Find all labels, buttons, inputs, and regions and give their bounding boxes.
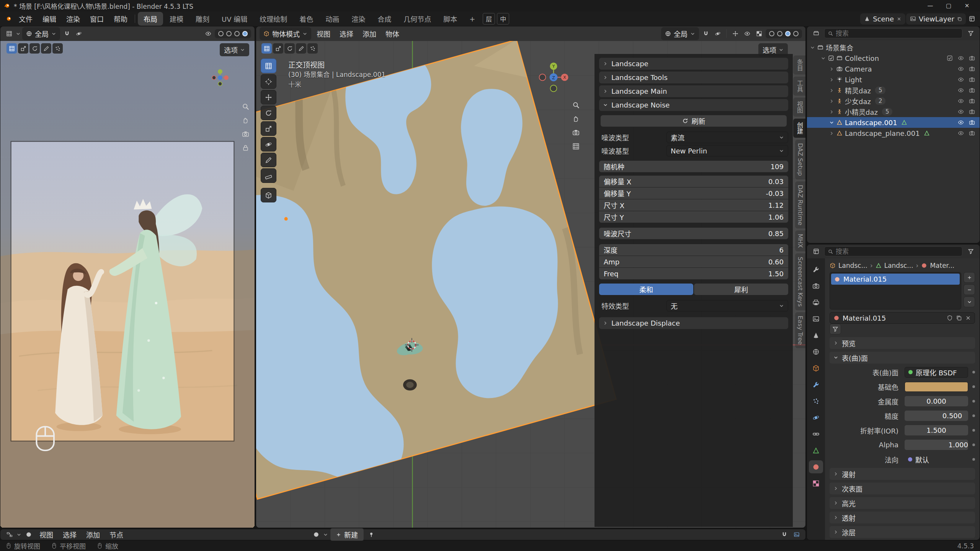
axis-x-label[interactable]: X: [563, 75, 566, 80]
freq-slider[interactable]: Freq1.50: [599, 268, 788, 279]
shading-mode-switch[interactable]: [766, 29, 802, 38]
shading-rendered-icon[interactable]: [242, 31, 248, 36]
lock-view-icon[interactable]: [242, 144, 249, 152]
select-box-tool[interactable]: [18, 43, 28, 54]
tool-move[interactable]: [261, 90, 276, 104]
axis-minus-x[interactable]: [539, 74, 546, 81]
tab-screencast-keys[interactable]: Screencast Keys: [795, 253, 805, 310]
shader-type-icon[interactable]: [23, 530, 34, 540]
random-seed-slider[interactable]: 随机种109: [599, 161, 788, 172]
ortho-grid-icon[interactable]: [572, 143, 580, 150]
fake-user-shield-icon[interactable]: [947, 315, 953, 321]
scene-selector[interactable]: Scene: [860, 13, 905, 24]
roughness-slider[interactable]: 0.500: [905, 411, 968, 421]
show-gizmo-icon[interactable]: [730, 29, 740, 39]
filter-icon[interactable]: [965, 246, 976, 257]
overlays-icon[interactable]: [203, 29, 213, 39]
surface-shader-dropdown[interactable]: 原理化 BSDF: [905, 367, 968, 378]
interaction-mode-dropdown[interactable]: 物体模式: [260, 27, 311, 40]
tab-daz-setup[interactable]: DAZ Setup: [795, 140, 805, 179]
hide-eye-icon[interactable]: [958, 119, 964, 126]
base-color-swatch[interactable]: [905, 382, 968, 392]
hide-eye-icon[interactable]: [958, 98, 964, 104]
shading-solid-icon[interactable]: [777, 31, 782, 36]
material-datablock[interactable]: Material.015: [830, 312, 975, 324]
main-viewport[interactable]: 物体模式 视图 选择 添加 物体 全局: [256, 26, 806, 528]
ior-field[interactable]: 1.500: [905, 425, 968, 435]
tool-add-cube[interactable]: [261, 188, 276, 202]
decorator-dot[interactable]: [972, 429, 975, 432]
navigation-gizmo[interactable]: Y X Z: [538, 62, 569, 93]
axis-minus-y[interactable]: [550, 85, 557, 92]
workspace-tab-compositing[interactable]: 合成: [372, 12, 397, 26]
select-tweak-tool[interactable]: [261, 43, 272, 54]
workspace-tab-uv[interactable]: UV 编辑: [216, 12, 253, 26]
refresh-button[interactable]: 刷新: [601, 115, 787, 127]
snap-magnet-icon[interactable]: [62, 29, 72, 39]
snapping-icon[interactable]: [779, 530, 789, 540]
maximize-button[interactable]: ▢: [939, 0, 958, 11]
normal-input[interactable]: 默认: [905, 454, 968, 465]
tool-annotate[interactable]: [261, 153, 276, 167]
select-lasso-tool[interactable]: [296, 43, 306, 54]
properties-search-input[interactable]: [836, 248, 959, 255]
zoom-icon[interactable]: [242, 103, 249, 110]
menu-select[interactable]: 选择: [59, 528, 80, 541]
menu-view[interactable]: 视图: [313, 27, 334, 40]
editor-type-icon[interactable]: [811, 28, 821, 39]
menu-render[interactable]: 渲染: [62, 12, 85, 26]
select-circle-tool[interactable]: [284, 43, 295, 54]
sharp-toggle-button[interactable]: 犀利: [694, 284, 788, 295]
close-button[interactable]: ✕: [958, 0, 976, 11]
checkbox-icon[interactable]: [828, 55, 834, 61]
menu-add[interactable]: 添加: [82, 528, 104, 541]
unlink-icon[interactable]: [965, 315, 971, 321]
new-material-button[interactable]: 新建: [330, 528, 364, 541]
proportional-editing-icon[interactable]: [74, 29, 84, 39]
expand-arrow-icon[interactable]: [829, 131, 834, 136]
outliner-row-landscape-selected[interactable]: Landscape.001: [807, 117, 980, 128]
tab-object-data-icon[interactable]: [809, 444, 823, 457]
axis-z-label[interactable]: Z: [552, 75, 555, 80]
copy-viewlayer-icon[interactable]: [957, 16, 962, 21]
tool-rotate[interactable]: [261, 106, 276, 120]
shading-solid-icon[interactable]: [226, 31, 232, 36]
duplicate-icon[interactable]: [956, 315, 962, 321]
select-mode-tool[interactable]: [307, 43, 318, 54]
offset-x-slider[interactable]: 偏移量 X0.03: [599, 176, 788, 187]
noise-basis-dropdown[interactable]: New Perlin: [666, 145, 788, 156]
snap-magnet-icon[interactable]: [701, 29, 711, 39]
disable-render-icon[interactable]: [969, 98, 975, 104]
workspace-tab-rendering[interactable]: 渲染: [346, 12, 371, 26]
tool-cursor[interactable]: [261, 74, 276, 89]
menu-edit[interactable]: 编辑: [38, 12, 61, 26]
tab-particles-icon[interactable]: [809, 395, 823, 408]
panel-landscape-tools[interactable]: Landscape Tools: [599, 72, 788, 83]
select-tweak-tool[interactable]: [7, 43, 17, 54]
tool-measure[interactable]: [261, 168, 276, 183]
tab-view[interactable]: 视图: [793, 98, 805, 117]
remove-slot-button[interactable]: [964, 284, 975, 295]
menu-node[interactable]: 节点: [106, 528, 127, 541]
screen-layout-icon[interactable]: [967, 14, 977, 24]
tab-scene-icon[interactable]: [809, 329, 823, 342]
outliner-row-girl-daz[interactable]: 少女daz 2: [807, 96, 980, 106]
expand-arrow-icon[interactable]: [829, 77, 834, 82]
breadcrumb-object[interactable]: Landsc...: [838, 262, 867, 269]
decorator-dot[interactable]: [972, 458, 975, 461]
menu-select[interactable]: 选择: [336, 27, 357, 40]
panel-landscape-displace[interactable]: Landscape Displace: [599, 317, 788, 329]
tab-item[interactable]: 条目: [793, 55, 805, 75]
tab-modifiers-icon[interactable]: [809, 378, 823, 391]
material-slot-list[interactable]: Material.015: [830, 272, 961, 310]
camera-view-icon[interactable]: [572, 129, 580, 136]
menu-view[interactable]: 视图: [36, 528, 57, 541]
tab-daz-runtime[interactable]: DAZ Runtime: [795, 181, 805, 229]
noise-size-slider[interactable]: 噪波尺寸0.85: [599, 228, 788, 239]
filter-icon[interactable]: [965, 28, 976, 39]
disable-render-icon[interactable]: [969, 119, 975, 126]
outliner-row-small-fairy-daz[interactable]: 小精灵daz 5: [807, 106, 980, 117]
proportional-editing-icon[interactable]: [712, 29, 723, 39]
outliner-search[interactable]: [824, 28, 962, 38]
hide-eye-icon[interactable]: [958, 55, 964, 61]
